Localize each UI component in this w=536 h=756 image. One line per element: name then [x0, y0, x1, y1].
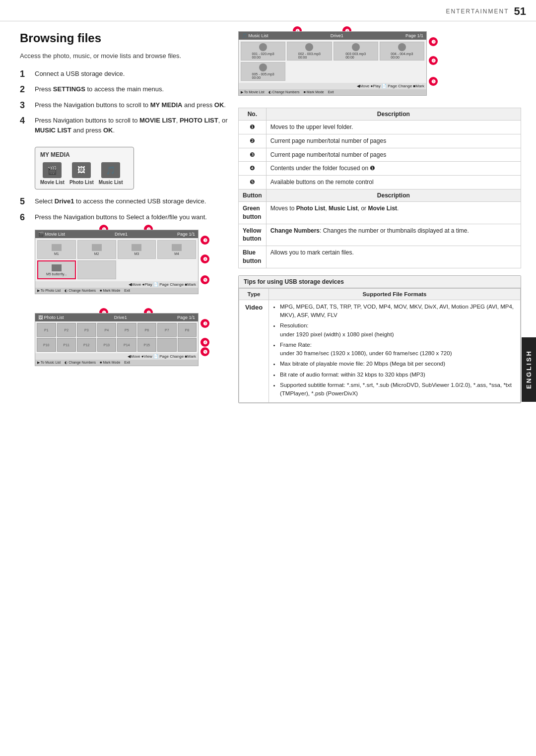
step-2: 2 Press SETTINGS to access the main menu… [20, 84, 228, 95]
step-4: 4 Press Navigation buttons to scroll to … [20, 116, 228, 135]
media-item-photo: 🖼 Photo List [69, 162, 94, 185]
btn-exit-music: Exit [328, 90, 334, 94]
callout-4-music: ❹ [429, 56, 438, 65]
my-media-title: MY MEDIA [40, 151, 129, 158]
ss-page: Page 1/1 [177, 232, 195, 237]
step-5: 5 Select Drive1 to access the connected … [20, 196, 228, 207]
desc-4: Contents under the folder focused on ❶ [266, 162, 521, 176]
p11: P11 [57, 338, 76, 352]
callout-3-music-circle: ❸ [429, 37, 438, 46]
callout-4-photo-circle: ❹ [201, 338, 209, 347]
p3: P3 [77, 323, 96, 337]
blue-btn-label: Bluebutton [239, 246, 267, 268]
format-4: Max bitrate of playable movie file: 20 M… [280, 360, 516, 368]
p5: P5 [117, 323, 136, 337]
steps-list-2: 5 Select Drive1 to access the connected … [20, 196, 228, 223]
format-6: Supported subtitle format: *.smi, *.srt,… [280, 381, 516, 398]
table-row-3: ❸ Current page number/total number of pa… [239, 148, 521, 162]
step-4-num: 4 [20, 116, 32, 126]
media-item-movie: 🎬 Movie List [40, 162, 65, 185]
video-formats: MPG, MPEG, DAT, TS, TRP, TP, VOD, MP4, M… [269, 300, 521, 403]
tips-format-header: Supported File Formats [269, 288, 521, 300]
page-number: 51 [514, 5, 526, 18]
folder-icon [52, 264, 62, 271]
music-ss-grid: 001 - 020.mp300:00 002 - 003.mp300:00 00… [239, 40, 426, 83]
ss-folder: Drive1 [115, 232, 128, 237]
format-3: Frame Rate:under 30 frame/sec (1920 x 10… [280, 341, 516, 358]
music-4: 004 - 004.mp300:00 [380, 42, 424, 61]
p13: P13 [97, 338, 117, 352]
btn-mark-mode-music: ■ Mark Mode [303, 90, 324, 94]
p10: P10 [37, 338, 56, 352]
p1: P1 [37, 323, 56, 337]
format-5: Bit rate of audio format: within 32 kbps… [280, 371, 516, 379]
col-no-header: No. [239, 108, 267, 121]
col-desc-header: Description [266, 108, 521, 121]
green-button-row: Greenbutton Moves to Photo List, Music L… [239, 201, 521, 224]
music-disc-3 [352, 43, 360, 51]
tips-table: Type Supported File Formats Video MPG, M… [239, 288, 521, 403]
ss-controls: ◀Move ●Play 📄 Page Change ■Mark [35, 281, 198, 288]
movie-label: Movie List [40, 180, 65, 185]
ss-cell-m3: M3 [118, 240, 156, 259]
callout-4-circle: ❹ [201, 254, 209, 263]
ss-cell-m4: M4 [157, 240, 196, 259]
step-5-num: 5 [20, 196, 32, 207]
tips-title: Tips for using USB storage devices [239, 276, 521, 288]
step-2-text: Press SETTINGS to access the main menus. [35, 84, 228, 94]
right-column: ❶ ❷ 🎵 Music List Drive1 Page 1/1 001 - 0… [238, 31, 521, 403]
photo-folder: Drive1 [114, 315, 127, 320]
steps-list: 1 Connect a USB storage device. 2 Press … [20, 69, 228, 135]
folder-icon [132, 244, 141, 251]
photo-page: Page 1/1 [177, 315, 195, 320]
p8: P8 [178, 323, 197, 337]
intro-paragraph: Access the photo, music, or movie lists … [20, 51, 228, 61]
btn-to-movie: ▶ To Movie List [241, 90, 265, 94]
callout-5-photo-circle: ❺ [201, 347, 209, 356]
btn-exit: Exit [124, 289, 130, 293]
page-header: ENTERTAINMENT 51 [0, 0, 536, 21]
step-1: 1 Connect a USB storage device. [20, 69, 228, 80]
left-column: Browsing files Access the photo, music, … [20, 31, 228, 403]
table-row-4: ❹ Contents under the folder focused on ❶ [239, 162, 521, 176]
photo-list-screenshot: ❶ ❷ 🖼 Photo List Drive1 Page 1/1 P1 P2 P… [35, 313, 199, 366]
description-table: No. Description ❶ Moves to the upper lev… [238, 108, 521, 268]
green-btn-desc: Moves to Photo List, Music List, or Movi… [266, 201, 521, 224]
blue-button-row: Bluebutton Allows you to mark certain fi… [239, 246, 521, 268]
callout-4-music-circle: ❹ [429, 56, 438, 65]
media-item-music: 🎵 Music List [99, 162, 123, 185]
p4: P4 [97, 323, 117, 337]
p-empty2 [178, 338, 197, 352]
photo-label: Photo List [69, 180, 94, 185]
btn-col-header: Button [239, 189, 267, 201]
music-list-ss-box: 🎵 Music List Drive1 Page 1/1 001 - 020.m… [238, 31, 427, 96]
photo-icon: 🖼 [72, 162, 91, 178]
ss-movie-title: 🎬 Movie List [38, 232, 65, 237]
callout-5-photo: ❺ [201, 347, 209, 356]
movie-icon: 🎬 [43, 162, 62, 178]
music-icon: 🎵 [101, 162, 120, 178]
music-1: 001 - 020.mp300:00 [241, 42, 285, 61]
p6: P6 [137, 323, 157, 337]
callout-4-movie: ❹ [201, 254, 209, 263]
step-3-text: Press the Navigation buttons to scroll t… [35, 100, 228, 110]
folder-icon [52, 244, 62, 251]
movie-list-ss-box: 🎬 Movie List Drive1 Page 1/1 M1 M2 M3 M4… [35, 230, 199, 294]
folder-icon [92, 244, 102, 251]
music-disc-1 [259, 43, 267, 51]
ss-cell-m5: M5 butterfly... [37, 260, 76, 279]
step-1-num: 1 [20, 69, 32, 80]
language-tab: ENGLISH [522, 337, 536, 402]
p-empty1 [157, 338, 177, 352]
music-disc-5 [259, 63, 267, 71]
btn-change-num: ◐ Change Numbers [65, 289, 96, 293]
step-6: 6 Press the Navigation buttons to Select… [20, 212, 228, 223]
p15: P15 [137, 338, 157, 352]
music-controls: ◀Move ●Play 📄 Page Change ■Mark [239, 83, 426, 89]
step-5-text: Select Drive1 to access the connected US… [35, 196, 228, 206]
step-6-text: Press the Navigation buttons to Select a… [35, 212, 228, 222]
p14: P14 [117, 338, 136, 352]
no-1: ❶ [239, 121, 267, 134]
btn-mark-mode: ■ Mark Mode [100, 289, 120, 293]
music-bottom-bar: ▶ To Movie List ◐ Change Numbers ■ Mark … [239, 89, 426, 95]
